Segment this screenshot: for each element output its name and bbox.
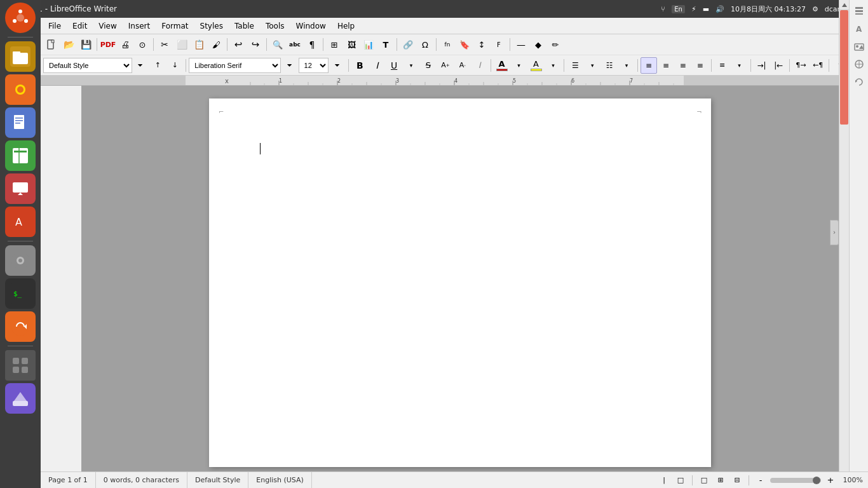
impress-icon[interactable] [5, 173, 36, 204]
firefox-icon[interactable] [5, 74, 36, 105]
ordered-options-btn[interactable]: ▾ [618, 57, 635, 74]
menu-edit[interactable]: Edit [67, 20, 92, 32]
field-button[interactable]: F [491, 36, 507, 53]
print-button[interactable]: 🖨 [117, 36, 133, 53]
insert-table-button[interactable]: ⊞ [326, 36, 342, 53]
special-char-button[interactable]: Ω [417, 36, 433, 53]
ubuntu-icon[interactable] [5, 3, 36, 33]
insert-textbox-button[interactable]: T [377, 36, 394, 53]
align-justify-button[interactable]: ≡ [692, 57, 709, 74]
bold-button[interactable]: B [351, 57, 368, 74]
normal-view-btn[interactable]: □ [697, 473, 711, 487]
menu-tools[interactable]: Tools [261, 20, 290, 32]
menu-format[interactable]: Format [156, 20, 193, 32]
clone-format-button[interactable]: 🖌 [208, 36, 224, 53]
open-button[interactable]: 📂 [60, 36, 77, 53]
sidebar-collapse-button[interactable]: › [830, 220, 839, 245]
zoom-slider[interactable] [770, 478, 821, 483]
align-left-button[interactable]: ≡ [641, 57, 657, 74]
size-list-btn[interactable]: ⏷ [329, 57, 346, 74]
scrollbar-track[interactable] [839, 86, 849, 472]
spellcheck-button[interactable]: abc [287, 36, 303, 53]
text-selection-mode-btn[interactable]: | [657, 473, 671, 487]
line-button[interactable]: — [513, 36, 529, 53]
rotation-panel-icon[interactable] [852, 86, 866, 89]
insert-chart-button[interactable]: 📊 [360, 36, 377, 53]
redo-button[interactable]: ↪ [247, 36, 264, 53]
font-size-select[interactable]: 12 10 14 16 [299, 58, 329, 73]
style-new-btn[interactable]: ↑ [149, 57, 166, 74]
draw-button[interactable]: ✏ [547, 36, 564, 53]
standard-selection-btn[interactable]: □ [674, 473, 688, 487]
zoom-level-label[interactable]: 100% [840, 476, 863, 484]
italic-button[interactable]: I [369, 57, 385, 74]
highlight-color-button[interactable]: A [528, 58, 545, 72]
menu-window[interactable]: Window [291, 20, 331, 32]
spacing-options-btn[interactable]: ▾ [731, 57, 748, 74]
style-update-btn[interactable]: ↓ [166, 57, 183, 74]
font-color-options-btn[interactable]: ▾ [511, 57, 527, 74]
files-icon[interactable] [5, 41, 36, 72]
font-color-button[interactable]: A [494, 58, 510, 72]
undo-button[interactable]: ↩ [230, 36, 247, 53]
new-button[interactable] [43, 36, 60, 53]
zoom-in-btn[interactable]: + [824, 473, 837, 487]
underline-button[interactable]: U [386, 57, 402, 74]
para-ltr-button[interactable]: ¶→ [792, 57, 809, 74]
settings-gear-icon[interactable]: ⚙ [812, 5, 818, 13]
hyperlink-button[interactable]: 🔗 [400, 36, 416, 53]
unordered-options-btn[interactable]: ▾ [584, 57, 600, 74]
align-right-button[interactable]: ≡ [675, 57, 691, 74]
align-center-button[interactable]: ≡ [658, 57, 674, 74]
save-button[interactable]: 💾 [78, 36, 94, 53]
calc-icon[interactable] [5, 140, 36, 171]
shapes-button[interactable]: ◆ [530, 36, 546, 53]
zoom-out-btn[interactable]: - [754, 473, 768, 487]
paste-button[interactable]: 📋 [191, 36, 207, 53]
ordered-list-button[interactable]: ☷ [601, 57, 618, 74]
indent-more-button[interactable]: →| [754, 57, 770, 74]
document-page[interactable]: ⌐ ⌐ [209, 98, 711, 467]
paragraph-style-select[interactable]: Default Style Heading 1 Heading 2 Body T… [43, 58, 132, 73]
bookmark-button[interactable]: 🔖 [456, 36, 473, 53]
highlight-options-btn[interactable]: ▾ [545, 57, 562, 74]
nautilus-icon[interactable] [5, 383, 36, 414]
zoom-slider-thumb[interactable] [813, 477, 820, 484]
footnote-button[interactable]: fn [439, 36, 456, 53]
unordered-list-button[interactable]: ☰ [567, 57, 583, 74]
appstore-icon[interactable]: A [5, 207, 36, 237]
vertical-scrollbar[interactable] [839, 86, 849, 472]
menu-insert[interactable]: Insert [123, 20, 155, 32]
subscript-button[interactable]: A- [454, 57, 471, 74]
menu-view[interactable]: View [93, 20, 121, 32]
document-canvas[interactable]: ⌐ ⌐ [81, 86, 839, 472]
web-view-btn[interactable]: ⊞ [714, 473, 728, 487]
para-rtl-button[interactable]: ←¶ [810, 57, 826, 74]
font-list-btn[interactable]: ⏷ [281, 57, 298, 74]
update-icon[interactable] [5, 311, 36, 342]
copy-button[interactable]: ⬜ [173, 36, 190, 53]
workspaces-icon[interactable] [5, 350, 36, 381]
text-cursor-area[interactable] [260, 143, 660, 156]
export-pdf-button[interactable]: PDF [100, 36, 116, 53]
menu-styles[interactable]: Styles [195, 20, 228, 32]
book-view-btn[interactable]: ⊟ [730, 473, 744, 487]
find-button[interactable]: 🔍 [269, 36, 286, 53]
cut-button[interactable]: ✂ [156, 36, 173, 53]
style-list-btn[interactable]: ⏷ [133, 57, 149, 74]
terminal-icon[interactable]: $_ [5, 278, 36, 309]
strikethrough-button[interactable]: S [420, 57, 437, 74]
scrollbar-thumb[interactable] [840, 86, 848, 125]
indent-less-button[interactable]: |← [770, 57, 787, 74]
font-name-select[interactable]: Liberation Serif Arial Times New Roman [189, 58, 280, 73]
crossref-button[interactable]: ↕ [473, 36, 490, 53]
writer-icon[interactable] [5, 107, 36, 138]
menu-help[interactable]: Help [332, 20, 360, 32]
menu-table[interactable]: Table [229, 20, 259, 32]
print-preview-button[interactable]: ⊙ [134, 36, 151, 53]
menu-file[interactable]: File [43, 20, 66, 32]
superscript-button[interactable]: A+ [437, 57, 454, 74]
settings-icon[interactable] [5, 245, 36, 276]
underline-options-btn[interactable]: ▾ [403, 57, 419, 74]
insert-image-button[interactable]: 🖼 [343, 36, 360, 53]
